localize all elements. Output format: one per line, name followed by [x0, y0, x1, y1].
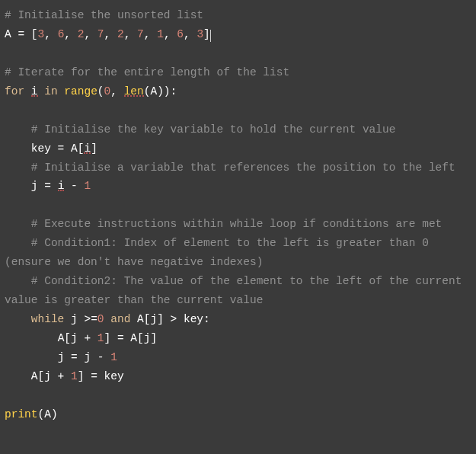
- keyword-for: for: [5, 85, 24, 98]
- number-literal: 7: [97, 28, 104, 40]
- builtin-len-underlined: len: [124, 85, 144, 98]
- keyword-while: while: [31, 313, 65, 325]
- var-i-underlined: i: [31, 85, 38, 98]
- number-literal: 0: [97, 313, 104, 325]
- code-block: # Initialise the unsorted list A = [3, 6…: [5, 6, 471, 424]
- code-text: A = [: [5, 28, 38, 40]
- code-text: ] = A[j]: [104, 332, 158, 344]
- code-text: j = j -: [58, 351, 111, 363]
- number-literal: 3: [38, 28, 45, 40]
- builtin-range: range: [64, 85, 97, 98]
- code-text: )):: [157, 85, 177, 98]
- number-literal: 1: [110, 351, 117, 363]
- code-text: ]: [91, 142, 97, 155]
- number-literal: 7: [137, 28, 144, 40]
- code-text: [104, 313, 111, 325]
- code-text: A[j +: [58, 332, 97, 344]
- var-A: A: [150, 85, 157, 98]
- code-text: key = A[: [31, 142, 85, 155]
- keyword-and: and: [110, 313, 130, 325]
- number-literal: 3: [196, 28, 203, 40]
- code-text: (A): [38, 408, 58, 420]
- comment-line: # Execute instructions within while loop…: [31, 218, 442, 230]
- code-text: ] = key: [78, 370, 124, 382]
- comment-line: # Initialise the key variable to hold th…: [31, 123, 396, 136]
- number-literal: 1: [71, 370, 78, 382]
- keyword-in: in: [44, 85, 57, 98]
- code-text: j >=: [64, 313, 97, 325]
- number-literal: 2: [117, 28, 124, 40]
- code-text: -: [64, 180, 84, 192]
- comment-line: # Initialise the unsorted list: [5, 9, 203, 21]
- number-literal: 1: [97, 332, 104, 344]
- comment-line: # Condition2: The value of the element t…: [5, 275, 468, 306]
- number-literal: 1: [157, 28, 164, 40]
- number-literal: 6: [177, 28, 184, 40]
- comment-line: # Condition1: Index of element to the le…: [5, 237, 436, 268]
- code-text: A[j +: [31, 370, 71, 382]
- var-i-underlined: i: [84, 142, 91, 155]
- number-literal: 1: [84, 180, 91, 192]
- code-text: j =: [31, 180, 58, 192]
- builtin-print: print: [5, 408, 38, 420]
- code-text: A[j] > key:: [130, 313, 209, 325]
- comment-line: # Initialise a variable that references …: [31, 161, 455, 174]
- var-i-underlined: i: [58, 180, 65, 192]
- code-text: ]: [203, 28, 210, 40]
- comment-line: # Iterate for the entire length of the l…: [5, 66, 289, 78]
- text-cursor: [210, 30, 211, 42]
- number-literal: 0: [104, 85, 111, 98]
